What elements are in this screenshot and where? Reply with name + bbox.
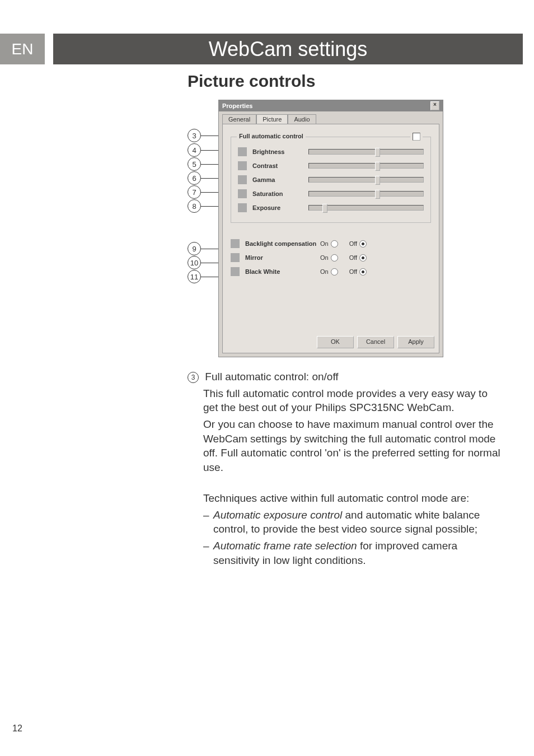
apply-button[interactable]: Apply — [397, 336, 434, 348]
dialog-title: Properties — [222, 102, 252, 109]
slider-icon — [238, 189, 247, 198]
page-title: WebCam settings — [53, 34, 523, 64]
radio-off-label: Off — [349, 254, 357, 261]
callout-number: 8 — [188, 199, 201, 213]
slider-label: Gamma — [252, 176, 308, 183]
dialog-buttons: OK Cancel Apply — [317, 336, 434, 348]
properties-dialog: Properties × GeneralPictureAudio Full au… — [218, 100, 443, 357]
radio-icon — [231, 239, 240, 248]
radio-label: Black White — [245, 268, 320, 275]
group-title-auto: Full automatic control — [237, 133, 306, 139]
radio-on-label: On — [320, 240, 329, 247]
radio-on[interactable] — [331, 240, 338, 248]
callout-number: 7 — [188, 185, 201, 199]
slider-thumb[interactable] — [375, 162, 380, 171]
auto-control-checkbox[interactable] — [413, 133, 420, 141]
slider-row-contrast: Contrast — [238, 161, 424, 171]
body-p1b: Or you can choose to have maximum manual… — [188, 417, 500, 475]
radio-set: OnOff — [320, 240, 367, 248]
radio-row-black-white: Black WhiteOnOff — [231, 267, 431, 277]
radio-off[interactable] — [359, 254, 367, 262]
slider-icon — [238, 161, 247, 170]
slider-track[interactable] — [308, 191, 424, 197]
callout-number: 9 — [188, 242, 201, 255]
close-icon[interactable]: × — [430, 101, 439, 110]
radio-on[interactable] — [331, 254, 338, 262]
slider-track[interactable] — [308, 177, 424, 183]
page-number: 12 — [12, 724, 22, 734]
cancel-button[interactable]: Cancel — [357, 336, 394, 348]
callout-number: 10 — [188, 256, 201, 269]
language-tab: EN — [0, 34, 45, 64]
ok-button[interactable]: OK — [317, 336, 354, 348]
callout-number: 11 — [188, 270, 201, 283]
body-marker: 3 — [188, 372, 199, 383]
radio-icon — [231, 253, 240, 262]
callout-number: 5 — [188, 157, 201, 171]
callout-number: 3 — [188, 129, 201, 142]
slider-thumb[interactable] — [375, 176, 380, 185]
radio-off-label: Off — [349, 268, 357, 275]
tab-picture[interactable]: Picture — [256, 114, 288, 124]
slider-label: Contrast — [252, 162, 308, 169]
tab-general[interactable]: General — [222, 114, 256, 124]
radio-off[interactable] — [359, 268, 367, 276]
dialog-titlebar: Properties × — [219, 100, 443, 111]
body-bullet-2: Automatic frame rate selection for impro… — [188, 539, 500, 567]
slider-row-exposure: Exposure — [238, 203, 424, 213]
group-auto-control: Full automatic control BrightnessContras… — [231, 137, 431, 223]
radio-group: Backlight compensationOnOffMirrorOnOffBl… — [231, 239, 431, 277]
callout-number: 4 — [188, 143, 201, 157]
slider-label: Brightness — [252, 148, 308, 155]
slider-label: Saturation — [252, 190, 308, 197]
body-b2-em: Automatic frame rate selection — [213, 540, 357, 552]
tab-panel: Full automatic control BrightnessContras… — [222, 124, 439, 353]
radio-label: Backlight compensation — [245, 240, 320, 247]
slider-thumb[interactable] — [322, 204, 327, 213]
slider-thumb[interactable] — [375, 190, 380, 199]
radio-label: Mirror — [245, 254, 320, 261]
radio-icon — [231, 267, 240, 276]
slider-icon — [238, 147, 247, 156]
slider-icon — [238, 203, 247, 212]
slider-thumb[interactable] — [375, 148, 380, 157]
radio-off-label: Off — [349, 240, 357, 247]
radio-on[interactable] — [331, 268, 338, 276]
auto-control-checkbox-wrap — [410, 133, 423, 141]
section-title: Picture controls — [188, 72, 315, 91]
radio-off[interactable] — [359, 240, 367, 248]
callout-number: 6 — [188, 171, 201, 185]
slider-track[interactable] — [308, 149, 424, 155]
body-bullet-1: Automatic exposure control and automatic… — [188, 508, 500, 536]
tab-audio[interactable]: Audio — [288, 114, 316, 124]
slider-label: Exposure — [252, 204, 308, 211]
body-text: 3 Full automatic control: on/off This fu… — [188, 370, 500, 570]
radio-set: OnOff — [320, 268, 367, 276]
body-heading: Full automatic control: on/off — [205, 371, 338, 382]
radio-on-label: On — [320, 254, 329, 261]
body-p1a: This full automatic control mode provide… — [188, 386, 500, 415]
slider-row-brightness: Brightness — [238, 147, 424, 157]
slider-row-gamma: Gamma — [238, 175, 424, 185]
body-b1-em: Automatic exposure control — [213, 509, 342, 521]
radio-on-label: On — [320, 268, 329, 275]
body-p2: Techniques active within full automatic … — [188, 491, 500, 506]
radio-row-backlight-compensation: Backlight compensationOnOff — [231, 239, 431, 249]
slider-row-saturation: Saturation — [238, 189, 424, 199]
tab-strip: GeneralPictureAudio — [219, 111, 443, 124]
slider-track[interactable] — [308, 205, 424, 211]
slider-icon — [238, 175, 247, 184]
radio-set: OnOff — [320, 254, 367, 262]
radio-row-mirror: MirrorOnOff — [231, 253, 431, 263]
slider-track[interactable] — [308, 163, 424, 169]
